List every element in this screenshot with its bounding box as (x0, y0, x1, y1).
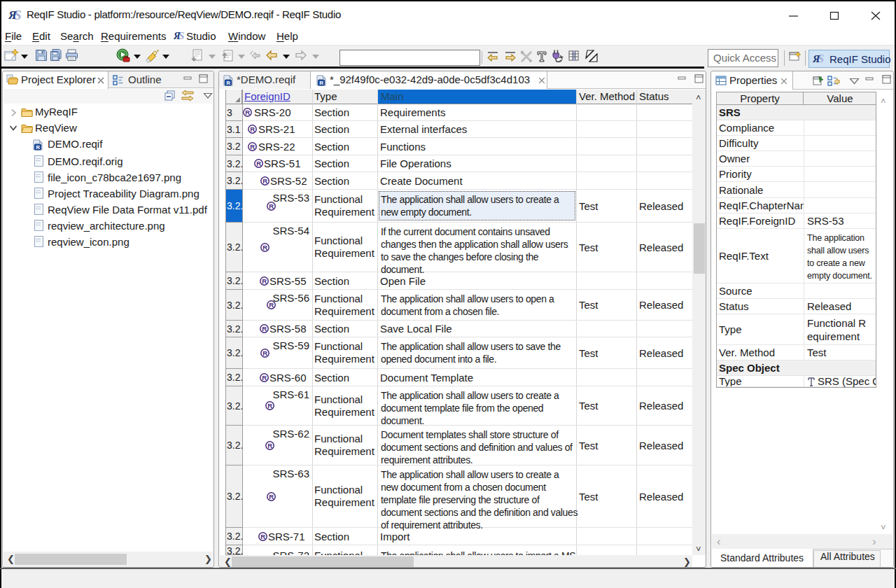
svg-text:R: R (250, 143, 255, 150)
svg-text:R: R (260, 533, 265, 540)
svg-text:R: R (226, 80, 230, 86)
svg-text:R: R (262, 325, 267, 332)
svg-text:R: R (36, 144, 40, 150)
svg-text:R: R (269, 301, 274, 309)
svg-text:R: R (267, 402, 272, 410)
svg-text:R: R (269, 202, 274, 210)
svg-text:R: R (267, 442, 272, 449)
svg-text:R: R (262, 277, 267, 285)
svg-text:R: R (250, 125, 255, 133)
svg-text:R: R (256, 160, 261, 167)
svg-text:R: R (262, 349, 267, 357)
svg-text:R: R (245, 108, 250, 116)
svg-text:Я: Я (813, 53, 820, 64)
svg-text:R: R (269, 493, 274, 500)
svg-text:Я: Я (174, 31, 181, 41)
svg-text:Я: Я (8, 8, 18, 22)
svg-text:R: R (262, 244, 267, 251)
svg-text:R: R (262, 177, 267, 185)
svg-text:R: R (262, 374, 267, 382)
svg-text:R: R (319, 80, 323, 86)
